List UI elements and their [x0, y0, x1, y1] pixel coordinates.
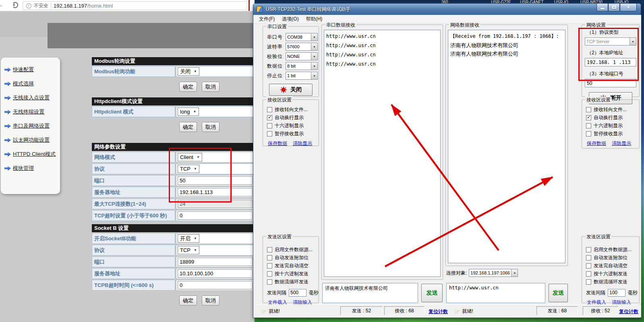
- sidebar-item[interactable]: 串口及网络设置: [4, 122, 60, 130]
- field-select[interactable]: 1 bit▼: [286, 72, 318, 80]
- sidebar-item[interactable]: 无线接入点设置: [4, 94, 60, 101]
- value-input[interactable]: 192.168.1.113: [178, 188, 253, 196]
- receive-settings-right-checkbox[interactable]: [586, 131, 591, 136]
- send-settings-left-option[interactable]: 数据流循环发送: [267, 278, 319, 286]
- receive-settings-left-checkbox[interactable]: [267, 115, 272, 120]
- send-settings-left-option[interactable]: 启用文件数据源...: [267, 246, 319, 254]
- reset-counter-link-left[interactable]: 复位计数: [429, 308, 448, 315]
- value-select[interactable]: TCP▼: [178, 246, 199, 254]
- send-settings-right-option[interactable]: 按十六进制发送: [586, 270, 639, 278]
- send-settings-left-option[interactable]: 自动发送附加位: [267, 254, 319, 262]
- send-settings-left-option[interactable]: 发送完自动清空: [267, 262, 319, 270]
- minimize-button[interactable]: [596, 4, 608, 11]
- info-icon[interactable]: i: [26, 3, 31, 8]
- send-settings-left-checkbox[interactable]: [267, 271, 272, 277]
- value-select[interactable]: 开启▼: [178, 234, 199, 243]
- interval-input[interactable]: 100: [608, 289, 625, 297]
- value-select[interactable]: long▼: [178, 107, 199, 116]
- send-settings-right-option[interactable]: 数据流循环发送: [586, 278, 639, 286]
- value-select[interactable]: 关闭▼: [178, 67, 199, 76]
- value-select[interactable]: TCP▼: [178, 165, 199, 173]
- receive-settings-left-link[interactable]: 保存数据: [268, 140, 287, 147]
- sidebar-item[interactable]: 无线终端设置: [4, 108, 60, 116]
- receive-settings-right-checkbox[interactable]: [586, 107, 591, 112]
- send-settings-left-checkbox[interactable]: [267, 279, 272, 285]
- reset-counter-link-right[interactable]: 复位计数: [619, 308, 638, 315]
- interval-input[interactable]: 500: [289, 289, 306, 297]
- ok-button[interactable]: 确定: [179, 295, 197, 305]
- local-ip-input[interactable]: 192.168. 1 .113: [585, 58, 636, 66]
- receive-settings-left-link[interactable]: 清除显示: [293, 140, 312, 147]
- receive-settings-left-option[interactable]: 暂停接收显示: [267, 130, 319, 138]
- value-input[interactable]: 0: [178, 211, 253, 220]
- send-settings-right-option[interactable]: 发送完自动清空: [586, 262, 639, 270]
- receive-settings-right-link[interactable]: 保存数据: [587, 140, 606, 147]
- send-settings-left-option[interactable]: 按十六进制发送: [267, 270, 319, 278]
- send-settings-left-checkbox[interactable]: [267, 263, 272, 268]
- receive-settings-left-checkbox[interactable]: [267, 107, 272, 112]
- field-select[interactable]: 57600▼: [286, 43, 318, 51]
- close-button[interactable]: ×: [620, 4, 637, 11]
- refresh-icon[interactable]: [12, 2, 18, 8]
- serial-receive-area[interactable]: http://www.usr.cnhttp://www.usr.cnhttp:/…: [324, 30, 441, 277]
- send-settings-right-checkbox[interactable]: [586, 263, 591, 268]
- port-close-button[interactable]: 关闭: [269, 84, 313, 96]
- receive-settings-left-option[interactable]: 接收转向文件...: [267, 105, 319, 114]
- field-select[interactable]: COM38▼: [286, 33, 318, 41]
- maximize-button[interactable]: [608, 4, 620, 11]
- cancel-button[interactable]: 取消: [202, 295, 219, 305]
- send-settings-right-option[interactable]: 自动发送附加位: [586, 254, 639, 262]
- receive-settings-right-option[interactable]: 自动换行显示: [586, 114, 639, 122]
- send-settings-right-checkbox[interactable]: [586, 279, 591, 285]
- value-input[interactable]: 18899: [178, 258, 253, 266]
- network-receive-area[interactable]: 【Receive from 192.168.1.197 : 1066】:济南有人…: [448, 30, 565, 263]
- value-input[interactable]: 50: [178, 176, 253, 185]
- back-icon[interactable]: ←: [0, 1, 3, 8]
- cancel-button[interactable]: 取消: [202, 82, 219, 92]
- sidebar-item[interactable]: 模式选择: [4, 80, 60, 87]
- receive-settings-left-checkbox[interactable]: [267, 131, 272, 136]
- menu-item[interactable]: 选项(O): [278, 15, 302, 23]
- send-settings-right-option[interactable]: 启用文件数据源...: [586, 246, 639, 254]
- receive-settings-left-option[interactable]: 自动换行显示: [267, 114, 319, 122]
- field-select[interactable]: 8 bit▼: [286, 62, 318, 70]
- form-buttons-row: 确定取消: [92, 82, 255, 92]
- sidebar-item[interactable]: 快速配置: [4, 66, 60, 73]
- value-input[interactable]: 10.10.100.100: [178, 269, 253, 278]
- value-input[interactable]: 0: [178, 281, 253, 289]
- menu-item[interactable]: 文件(F): [255, 15, 278, 23]
- receive-settings-right-checkbox[interactable]: [586, 115, 591, 120]
- send-settings-right-checkbox[interactable]: [586, 271, 591, 277]
- value-select[interactable]: Client▼: [178, 153, 202, 161]
- receive-settings-left-option[interactable]: 十六进制显示: [267, 122, 319, 130]
- sidebar-item[interactable]: 模块管理: [4, 165, 60, 172]
- address-bar[interactable]: i 不安全 192.168.1.197/home.html: [23, 1, 247, 10]
- receive-settings-right-option[interactable]: 接收转向文件...: [586, 105, 639, 114]
- receive-settings-right-checkbox[interactable]: [586, 123, 591, 128]
- ok-button[interactable]: 确定: [179, 82, 197, 92]
- menu-item[interactable]: 帮助(H): [302, 15, 326, 23]
- app-titlebar[interactable]: USR-TCP232-Test 串口转网络调试助手: [253, 4, 641, 15]
- chevron-down-icon: ▼: [311, 53, 317, 60]
- send-settings-left-checkbox[interactable]: [267, 247, 272, 252]
- send-settings-left-interval-row: 发送间隔500毫秒: [267, 289, 319, 297]
- sidebar-item[interactable]: HTTPD Client模式: [4, 151, 60, 158]
- serial-send-button[interactable]: 发送: [421, 284, 443, 302]
- serial-send-input[interactable]: 济南有人物联网技术有限公司: [322, 283, 418, 303]
- receive-settings-left-checkbox[interactable]: [267, 123, 272, 128]
- ok-button[interactable]: 确定: [179, 122, 197, 132]
- field-select[interactable]: NONE▼: [286, 52, 318, 60]
- send-settings-right-checkbox[interactable]: [586, 247, 591, 252]
- receive-settings-right-link[interactable]: 清除显示: [612, 140, 631, 147]
- send-settings-right-checkbox[interactable]: [586, 255, 591, 260]
- receive-settings-right-option[interactable]: 十六进制显示: [586, 122, 639, 130]
- local-port-input[interactable]: 50: [585, 79, 636, 87]
- receive-settings-right-option[interactable]: 暂停接收显示: [586, 130, 639, 138]
- cancel-button[interactable]: 取消: [202, 122, 219, 132]
- network-send-button[interactable]: 发送: [549, 284, 568, 302]
- network-send-input[interactable]: http://www.usr.cn: [446, 283, 545, 303]
- connection-select[interactable]: 192.168.1.197:1066 ▼: [469, 269, 518, 277]
- sidebar-item[interactable]: 以太网功能设置: [4, 136, 60, 144]
- send-settings-left-checkbox[interactable]: [267, 255, 272, 260]
- row-value-cell: 50: [176, 175, 255, 186]
